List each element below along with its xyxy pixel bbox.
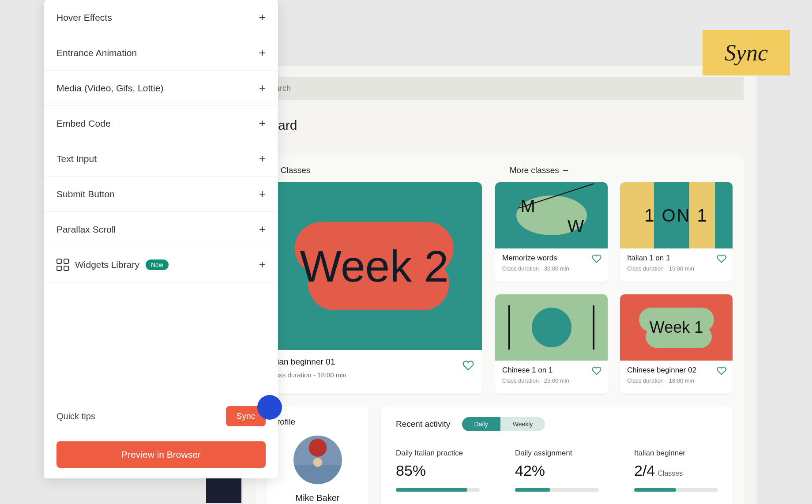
plus-icon[interactable]: + — [259, 258, 266, 271]
classes-board: ent Classes More classes → Week 2 lian b… — [256, 155, 744, 504]
panel-row-label: Embed Code — [56, 118, 111, 129]
plus-icon[interactable]: + — [259, 11, 266, 24]
class-artwork-text: Week 2 — [300, 241, 448, 292]
stat-label: Daily Italian practice — [396, 449, 480, 458]
class-card-small[interactable]: M W Memorize words Class duration - 30:0… — [495, 182, 608, 282]
plus-icon[interactable]: + — [259, 222, 266, 236]
class-card-small[interactable]: Week 1 Chinese beginner 02 Class duratio… — [620, 294, 733, 394]
widgets-grid-icon — [56, 259, 69, 271]
progress-bar — [515, 488, 599, 492]
plus-icon[interactable]: + — [259, 81, 266, 95]
panel-row-widgets-library[interactable]: Widgets Library New + — [44, 247, 278, 282]
class-card-artwork: 1 ON 1 — [620, 182, 733, 248]
class-card-large[interactable]: Week 2 lian beginner 01 ass duration - 1… — [267, 182, 482, 394]
stat-value: 2/4Classes — [634, 462, 718, 479]
activity-toggle[interactable]: Daily Weekly — [462, 417, 545, 431]
plus-icon[interactable]: + — [259, 187, 266, 201]
heart-icon[interactable] — [592, 254, 601, 263]
activity-title: Recent activity — [396, 419, 451, 429]
art-text: Week 1 — [650, 318, 703, 337]
class-card-title: Italian 1 on 1 — [627, 254, 726, 263]
class-card-artwork: Week 2 — [267, 182, 482, 350]
stat-label: Daily assignment — [515, 449, 599, 458]
quick-tips-link[interactable]: Quick tips — [56, 411, 95, 421]
class-card-title: lian beginner 01 — [275, 357, 473, 367]
class-card-meta: Class duration - 25:00 min — [502, 377, 601, 384]
panel-row-media[interactable]: Media (Video, Gifs, Lottie) + — [44, 71, 278, 106]
progress-bar — [396, 488, 480, 492]
heart-icon[interactable] — [717, 254, 726, 263]
stat-item: Daily assignment 42% — [515, 449, 599, 492]
plus-icon[interactable]: + — [259, 152, 266, 165]
heart-icon[interactable] — [462, 360, 474, 371]
widgets-sidebar: Hover Effects + Entrance Animation + Med… — [44, 0, 278, 478]
class-card-artwork: Week 1 — [620, 294, 733, 361]
panel-row-label: Hover Effects — [56, 12, 112, 23]
toggle-weekly[interactable]: Weekly — [500, 417, 545, 431]
class-card-artwork: M W — [495, 182, 608, 248]
toggle-daily[interactable]: Daily — [462, 417, 500, 431]
activity-card: Recent activity Daily Weekly Daily Itali… — [381, 406, 733, 504]
panel-row-label: Media (Video, Gifs, Lottie) — [56, 83, 163, 94]
progress-bar — [634, 488, 718, 492]
art-text: 1 ON 1 — [644, 206, 708, 226]
more-classes-link[interactable]: More classes → — [510, 165, 570, 175]
class-card-meta: Class duration - 15:00 min — [627, 265, 726, 272]
class-card-artwork — [495, 294, 608, 361]
plus-icon[interactable]: + — [259, 46, 266, 60]
panel-row-label: Text Input — [56, 154, 97, 164]
avatar — [293, 436, 342, 484]
art-letter-w: W — [568, 216, 584, 236]
profile-name: Mike Baker — [277, 493, 358, 503]
panel-row-label: Entrance Animation — [56, 48, 137, 58]
panel-row-entrance-animation[interactable]: Entrance Animation + — [44, 35, 278, 71]
class-card-meta: Class duration - 30:00 min — [502, 265, 601, 272]
small-classes-grid: M W Memorize words Class duration - 30:0… — [495, 182, 733, 394]
stat-item: Daily Italian practice 85% — [396, 449, 480, 492]
preview-in-browser-button[interactable]: Preview in Browser — [56, 441, 266, 468]
stat-item: Italian beginner 2/4Classes — [634, 449, 718, 492]
new-badge: New — [146, 260, 169, 270]
class-card-small[interactable]: Chinese 1 on 1 Class duration - 25:00 mi… — [495, 294, 608, 394]
dashboard-title: nboard — [256, 118, 744, 133]
profile-card: rofile Mike Baker — [267, 406, 368, 504]
class-card-small[interactable]: 1 ON 1 Italian 1 on 1 Class duration - 1… — [620, 182, 733, 282]
tour-highlight-dot[interactable] — [257, 395, 282, 420]
panel-row-submit-button[interactable]: Submit Button + — [44, 177, 278, 212]
class-card-meta: Class duration - 18:00 min — [627, 377, 726, 384]
panel-row-hover-effects[interactable]: Hover Effects + — [44, 0, 278, 35]
class-card-title: Chinese 1 on 1 — [502, 366, 601, 375]
panel-row-label: Parallax Scroll — [56, 224, 116, 235]
heart-icon[interactable] — [592, 366, 601, 376]
class-card-title: Memorize words — [502, 254, 601, 263]
class-card-meta: ass duration - 18:00 min — [275, 371, 473, 379]
panel-row-parallax-scroll[interactable]: Parallax Scroll + — [44, 212, 278, 247]
panel-row-label: Submit Button — [56, 189, 115, 199]
plus-icon[interactable]: + — [259, 117, 266, 130]
panel-row-label: Widgets Library — [75, 260, 139, 270]
sync-tag-banner: Sync — [703, 30, 790, 75]
panel-row-text-input[interactable]: Text Input + — [44, 141, 278, 177]
panel-row-embed-code[interactable]: Embed Code + — [44, 106, 278, 141]
stat-value: 42% — [515, 462, 599, 479]
class-card-title: Chinese beginner 02 — [627, 366, 726, 375]
heart-icon[interactable] — [717, 366, 726, 376]
stat-label: Italian beginner — [634, 449, 718, 458]
profile-label: rofile — [277, 417, 358, 427]
dashboard-card: nboard ent Classes More classes → Week 2 — [243, 66, 757, 504]
search-input[interactable] — [256, 77, 744, 100]
panel-empty-area — [44, 282, 278, 397]
stat-value: 85% — [396, 462, 480, 479]
